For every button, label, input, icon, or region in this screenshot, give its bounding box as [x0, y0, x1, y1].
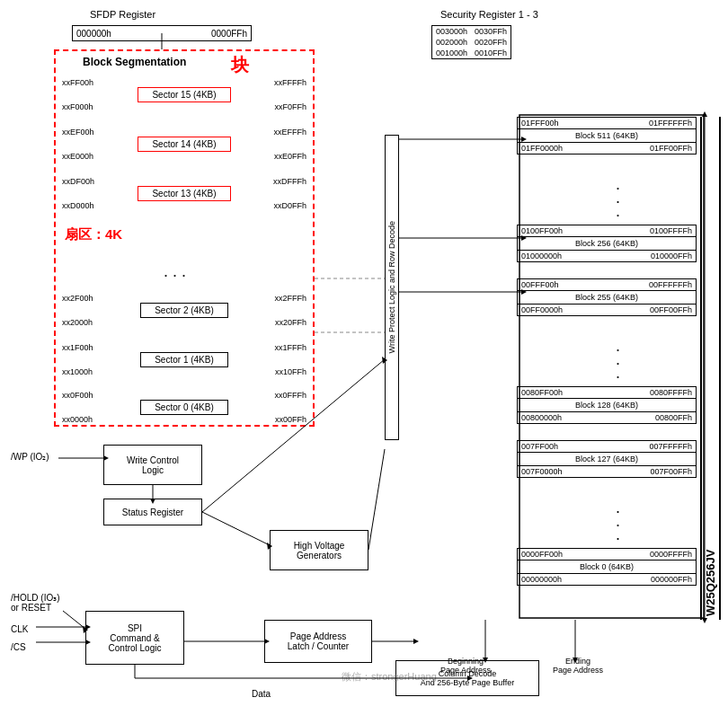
b256-br: 010000FFh [651, 252, 692, 260]
s13-tr: xxDFFFh [273, 177, 306, 186]
security-end-3: 0010FFh [471, 48, 511, 59]
s2-bl: xx2000h [62, 318, 93, 327]
b128-br: 00800FFh [655, 413, 692, 422]
b511-tr: 01FFFFFFh [649, 119, 692, 128]
security-end-2: 0020FFh [471, 37, 511, 48]
s15-tr: xxFFFFh [274, 78, 306, 87]
s13-br: xxD0FFh [273, 201, 306, 210]
b256-label: Block 256 (64KB) [518, 237, 696, 250]
security-label: Security Register 1 - 3 [440, 9, 538, 20]
watermark: 微信：strongerHuang [342, 670, 437, 684]
dots-middle: . . . [164, 262, 186, 281]
b128-bl: 00800000h [521, 413, 562, 422]
cs-label: /CS [11, 642, 26, 652]
high-voltage-box: High VoltageGenerators [270, 530, 368, 570]
sector-13-box: Sector 13 (4KB) [138, 186, 230, 201]
s2-br: xx20FFh [275, 318, 306, 327]
b127-label: Block 127 (64KB) [518, 453, 696, 465]
svg-rect-36 [519, 115, 704, 618]
block-128: 0080FF00h 0080FFFFh Block 128 (64KB) 008… [517, 386, 697, 424]
security-table: 003000h 0030FFh 002000h 0020FFh 001000h … [431, 25, 511, 59]
s1-br: xx10FFh [275, 367, 306, 376]
sector-2-group: xx2F00h xx2FFFh Sector 2 (4KB) xx2000h x… [60, 294, 308, 327]
b256-bl: 01000000h [521, 252, 562, 260]
clk-label: CLK [11, 624, 28, 634]
s0-br: xx00FFh [275, 415, 306, 424]
page-address-latch-box: Page AddressLatch / Counter [264, 620, 372, 663]
b0-tr: 0000FFFFh [650, 550, 692, 559]
wp-logic-vertical: Write Protect Logic and Row Decode [385, 135, 399, 440]
svg-marker-19 [413, 639, 419, 644]
block-127: 007FF00h 007FFFFFh Block 127 (64KB) 007F… [517, 440, 697, 478]
b256-tl: 0100FF00h [521, 226, 563, 235]
security-row-1: 003000h 0030FFh [432, 26, 511, 38]
write-control-label: Write ControlLogic [127, 455, 179, 475]
high-voltage-label: High VoltageGenerators [294, 541, 345, 561]
b255-bl: 00FF0000h [521, 305, 563, 314]
sfdp-addr-start: 000000h [76, 29, 111, 39]
block-255: 00FFF00h 00FFFFFFh Block 255 (64KB) 00FF… [517, 278, 697, 316]
sector-14-box: Sector 14 (4KB) [138, 137, 230, 152]
status-register-box: Status Register [103, 499, 202, 525]
fan-label: 扇区：4K [65, 226, 122, 243]
beginning-addr-label: BeginningPage Address [440, 657, 491, 675]
b128-tr: 0080FFFFh [650, 388, 692, 397]
s15-br: xxF0FFh [274, 102, 306, 111]
b0-label: Block 0 (64KB) [518, 561, 696, 573]
dots-mid3: . [616, 364, 620, 383]
s1-tr: xx1FFFh [274, 343, 306, 352]
b128-label: Block 128 (64KB) [518, 399, 696, 411]
b127-tr: 007FFFFFh [649, 442, 692, 451]
s0-bl: xx0000h [62, 415, 93, 424]
b255-label: Block 255 (64KB) [518, 291, 696, 304]
dots-top3: . [616, 202, 620, 221]
s13-tl: xxDF00h [62, 177, 94, 186]
spi-command-label: SPICommand &Control Logic [109, 623, 162, 653]
b256-tr: 0100FFFFh [650, 226, 692, 235]
block-0: 0000FF00h 0000FFFFh Block 0 (64KB) 00000… [517, 548, 697, 586]
security-start-2: 002000h [432, 37, 472, 48]
wp-logic-label: Write Protect Logic and Row Decode [387, 221, 396, 353]
s2-tr: xx2FFFh [274, 294, 306, 303]
security-end-1: 0030FFh [471, 26, 511, 38]
svg-line-15 [202, 512, 270, 545]
s2-tl: xx2F00h [62, 294, 93, 303]
security-start-1: 003000h [432, 26, 472, 38]
status-register-label: Status Register [122, 508, 183, 517]
sector-14-group: xxEF00h xxEFFFh Sector 14 (4KB) xxE000h … [60, 128, 308, 161]
data-label: Data [252, 689, 271, 699]
b0-br: 000000FFh [651, 575, 692, 584]
s14-tl: xxEF00h [62, 128, 94, 137]
b128-tl: 0080FF00h [521, 388, 563, 397]
sfdp-label: SFDP Register [90, 9, 155, 20]
b511-br: 01FF00FFh [650, 144, 692, 153]
sector-1-group: xx1F00h xx1FFFh Sector 1 (4KB) xx1000h x… [60, 343, 308, 376]
b127-tl: 007FF00h [521, 442, 558, 451]
b0-tl: 0000FF00h [521, 550, 563, 559]
dots-bot3: . [616, 525, 620, 544]
block-511: 01FFF00h 01FFFFFFh Block 511 (64KB) 01FF… [517, 117, 697, 154]
s0-tr: xx0FFFh [274, 391, 306, 400]
b127-bl: 007F0000h [521, 467, 563, 476]
s15-tl: xxFF00h [62, 78, 93, 87]
block-chinese-title: 块 [231, 53, 249, 77]
b511-bl: 01FF0000h [521, 144, 563, 153]
sector-0-group: xx0F00h xx0FFFh Sector 0 (4KB) xx0000h x… [60, 391, 308, 424]
sector-2-box: Sector 2 (4KB) [140, 303, 228, 318]
page-address-latch-label: Page AddressLatch / Counter [288, 631, 349, 651]
write-control-box: Write ControlLogic [103, 445, 202, 485]
b127-br: 007F00FFh [650, 467, 692, 476]
sfdp-bar: 000000h 0000FFh [72, 25, 252, 41]
block-seg-outer: Block Segmentation 块 xxFF00h xxFFFFh Sec… [54, 49, 315, 427]
ending-addr-label: EndingPage Address [553, 657, 603, 675]
block-256: 0100FF00h 0100FFFFh Block 256 (64KB) 010… [517, 225, 697, 262]
sector-15-group: xxFF00h xxFFFFh Sector 15 (4KB) xxF000h … [60, 78, 308, 111]
b255-br: 00FF00FFh [650, 305, 692, 314]
s1-tl: xx1F00h [62, 343, 93, 352]
b511-tl: 01FFF00h [521, 119, 559, 128]
s14-tr: xxEFFFh [273, 128, 306, 137]
sector-15-box: Sector 15 (4KB) [138, 87, 230, 102]
s15-bl: xxF000h [62, 102, 93, 111]
chip-label-container: W25Q256JV [700, 117, 721, 620]
diagram-container: SFDP Register 000000h 0000FFh Security R… [0, 0, 728, 715]
